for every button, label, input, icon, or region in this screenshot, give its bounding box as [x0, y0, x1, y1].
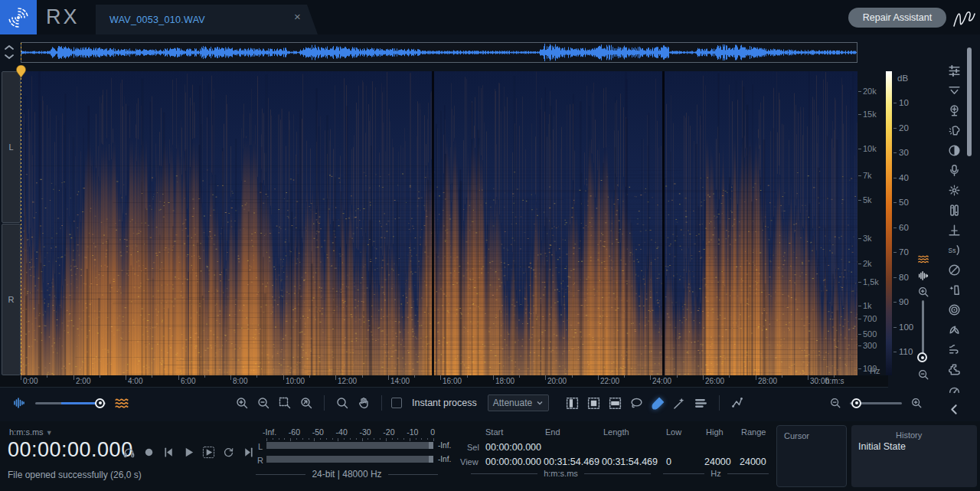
freq-high-value[interactable]: 24000 — [704, 457, 731, 467]
record-icon[interactable] — [141, 444, 157, 460]
waveform-overview[interactable] — [21, 42, 858, 63]
horizontal-zoom-slider[interactable] — [850, 402, 902, 404]
meter-bar-left — [266, 442, 433, 449]
channel-left-label: L — [8, 142, 13, 152]
de-crackle-icon[interactable] — [945, 121, 963, 139]
sel-start-value[interactable]: 00:00:00.000 — [485, 442, 541, 453]
ruler-major-tick — [21, 375, 21, 380]
time-selection-tool[interactable] — [564, 394, 581, 411]
file-tab[interactable]: WAV_0053_010.WAV — [96, 5, 318, 34]
plugin-icon[interactable] — [945, 360, 963, 378]
mouth-de-click-icon[interactable] — [945, 340, 963, 358]
selection-header-end: End — [545, 427, 560, 437]
brush-selection-tool[interactable] — [650, 394, 667, 411]
channel-right-strip[interactable]: R — [2, 224, 21, 375]
frequency-label: 500 — [863, 329, 877, 339]
meter-scale-label: -50 — [312, 427, 324, 437]
zoom-out-icon[interactable] — [827, 394, 844, 411]
horizontal-zoom-knob[interactable] — [851, 398, 861, 408]
time-display[interactable]: 00:00:00.000 — [8, 438, 133, 462]
vertical-zoom-slider[interactable] — [922, 300, 924, 355]
lasso-selection-tool[interactable] — [629, 394, 645, 411]
loop-icon[interactable] — [220, 444, 237, 460]
history-item[interactable]: Initial State — [858, 441, 972, 452]
headphones-icon[interactable] — [121, 444, 137, 460]
view-blend-knob[interactable] — [95, 398, 105, 408]
waveform-bars-icon[interactable] — [916, 268, 931, 283]
repair-assistant-button[interactable]: Repair Assistant — [848, 8, 946, 28]
selection-unit-row: h:m:s.ms — [471, 469, 651, 478]
collapse-panel-icon[interactable] — [945, 400, 963, 418]
de-plosive-icon[interactable] — [945, 161, 963, 179]
ruler-time-label: 24:00 — [652, 377, 671, 385]
toolbar-scrollbar[interactable] — [967, 47, 972, 156]
loudness-icon[interactable] — [945, 380, 963, 398]
time-frequency-selection-tool[interactable] — [586, 394, 603, 411]
hand-icon[interactable] — [355, 394, 372, 411]
time-format-label[interactable]: h:m:s.ms ▼ — [9, 427, 53, 437]
ruler-minor-tick — [100, 375, 100, 378]
frequency-selection-tool[interactable] — [607, 394, 624, 411]
view-end-value[interactable]: 00:31:54.469 — [544, 457, 599, 467]
ambience-match-icon[interactable] — [945, 300, 963, 319]
gain-icon[interactable] — [945, 201, 963, 219]
spectrogram-view-icon[interactable] — [113, 394, 130, 411]
de-ess-icon[interactable]: Ss — [945, 241, 963, 259]
izotope-logo-icon[interactable] — [0, 0, 37, 34]
dialogue-isolate-icon[interactable] — [945, 181, 963, 199]
module-list-icon[interactable] — [945, 61, 963, 80]
go-to-end-icon[interactable] — [240, 444, 256, 460]
meter-scale: -Inf.-60-50-40-30-20-100 — [263, 427, 435, 437]
fade-icon[interactable] — [945, 221, 963, 239]
zoom-out-icon[interactable] — [255, 394, 272, 411]
frequency-tick — [858, 282, 861, 283]
process-select-dropdown[interactable]: Attenuate — [488, 394, 549, 411]
adaptive-selection-tool[interactable] — [693, 394, 710, 411]
freq-low-value[interactable]: 0 — [666, 457, 671, 467]
zoom-in-icon[interactable] — [234, 394, 250, 411]
selection-unit-label: h:m:s.ms — [544, 469, 578, 478]
frequency-label: 10k — [863, 144, 877, 153]
channel-left-strip[interactable]: L — [2, 71, 21, 223]
zoom-selection-icon[interactable] — [276, 394, 293, 411]
instant-process-label: Instant process — [412, 398, 477, 408]
zoom-in-icon[interactable] — [916, 284, 931, 300]
ruler-major-tick — [283, 375, 284, 380]
instant-process-checkbox[interactable] — [391, 398, 402, 408]
waveform-view-icon[interactable] — [11, 394, 28, 411]
zoom-out-icon[interactable] — [916, 367, 931, 382]
db-label: 50 — [899, 198, 909, 207]
play-icon[interactable] — [181, 444, 197, 460]
ruler-unit-label: h:m:s — [825, 377, 844, 385]
ruler-time-label: 18:00 — [495, 377, 514, 385]
freq-range-value[interactable]: 24000 — [740, 457, 766, 467]
db-tick — [893, 103, 897, 103]
spectrogram-waves-icon[interactable] — [916, 251, 931, 267]
draw-tool-icon[interactable] — [729, 394, 746, 411]
meter-scale-label: -20 — [383, 427, 394, 437]
view-start-value[interactable]: 00:00:00.000 — [485, 457, 541, 467]
time-ruler[interactable]: 0:002:004:006:008:0010:0012:0014:0016:00… — [0, 375, 888, 387]
ruler-time-label: 4:00 — [128, 377, 142, 385]
db-tick — [893, 202, 897, 203]
meter-scale-label: -30 — [359, 427, 371, 437]
magnifier-icon[interactable] — [334, 394, 351, 411]
play-selection-icon[interactable] — [201, 444, 217, 460]
zoom-in-icon[interactable] — [908, 394, 925, 411]
de-hum-icon[interactable] — [945, 260, 963, 279]
collapse-row-icon[interactable] — [945, 81, 963, 100]
previous-icon[interactable] — [161, 444, 177, 460]
view-length-value[interactable]: 00:31:54.469 — [602, 457, 658, 467]
zoom-last-icon[interactable] — [298, 394, 315, 411]
ruler-major-tick — [650, 375, 651, 380]
breath-control-icon[interactable] — [945, 320, 963, 339]
spectral-denoise-icon[interactable] — [945, 280, 963, 299]
vertical-zoom-knob[interactable] — [917, 352, 927, 362]
de-clip-icon[interactable] — [945, 141, 963, 159]
spectrogram-display[interactable] — [21, 71, 858, 375]
view-blend-slider[interactable] — [35, 402, 106, 404]
meter-scale-label: -Inf. — [263, 427, 276, 437]
overview-expand-icon[interactable] — [3, 44, 15, 64]
de-click-icon[interactable] — [945, 101, 963, 119]
magic-wand-tool[interactable] — [671, 394, 688, 411]
